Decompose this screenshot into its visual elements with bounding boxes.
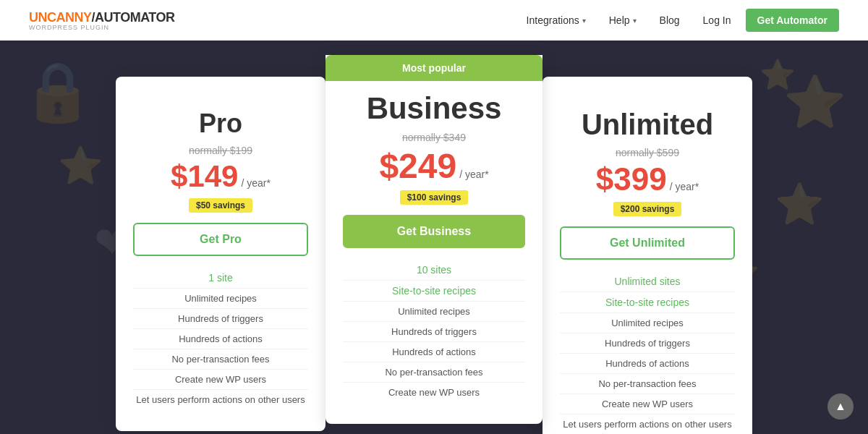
pro-cta-button[interactable]: Get Pro bbox=[133, 223, 308, 256]
business-cta-button[interactable]: Get Business bbox=[343, 215, 525, 248]
pro-plan-name: Pro bbox=[133, 109, 308, 139]
pro-feature-actions: Hundreds of actions bbox=[133, 329, 308, 349]
pricing-section: Pro normally $199 $149 / year* $50 savin… bbox=[0, 41, 868, 434]
business-feature-recipes: Unlimited recipes bbox=[343, 302, 525, 322]
unlimited-feature-site-recipes: Site-to-site recipes bbox=[560, 292, 735, 313]
business-price-amount: $249 bbox=[379, 146, 456, 186]
plan-card-unlimited: Unlimited normally $599 $399 / year* $20… bbox=[542, 77, 752, 434]
most-popular-badge: Most popular bbox=[326, 55, 542, 81]
business-feature-users: Create new WP users bbox=[343, 383, 525, 402]
unlimited-plan-name: Unlimited bbox=[560, 109, 735, 141]
scroll-up-icon: ▲ bbox=[835, 400, 846, 413]
business-savings-badge: $100 savings bbox=[400, 190, 469, 205]
business-feature-triggers: Hundreds of triggers bbox=[343, 322, 525, 342]
pro-feature-fees: No per-transaction fees bbox=[133, 349, 308, 370]
main-nav: Integrations ▾ Help ▾ Blog Log In Get Au… bbox=[518, 9, 839, 32]
unlimited-feature-list: Unlimited sites Site-to-site recipes Unl… bbox=[560, 271, 735, 434]
business-price-period: / year* bbox=[459, 169, 488, 180]
unlimited-savings-badge: $200 savings bbox=[613, 202, 682, 216]
logo-text: UNCANNY/AUTOMATOR bbox=[29, 10, 175, 25]
business-feature-sites: 10 sites bbox=[343, 260, 525, 281]
business-plan-name: Business bbox=[343, 91, 525, 126]
pro-feature-list: 1 site Unlimited recipes Hundreds of tri… bbox=[133, 268, 308, 409]
nav-help[interactable]: Help ▾ bbox=[600, 10, 645, 30]
unlimited-current-price: $399 / year* bbox=[560, 161, 735, 197]
unlimited-feature-user-actions: Let users perform actions on other users bbox=[560, 414, 735, 434]
help-chevron-icon: ▾ bbox=[633, 17, 637, 25]
unlimited-price-period: / year* bbox=[670, 181, 699, 192]
nav-get-automator[interactable]: Get Automator bbox=[746, 9, 839, 32]
logo: UNCANNY/AUTOMATOR WORDPRESS PLUGIN bbox=[29, 10, 175, 31]
pro-current-price: $149 / year* bbox=[133, 159, 308, 194]
unlimited-cta-button[interactable]: Get Unlimited bbox=[560, 226, 735, 260]
logo-main: UNCANNY bbox=[29, 10, 92, 25]
pro-price-amount: $149 bbox=[171, 159, 238, 194]
plan-card-pro: Pro normally $199 $149 / year* $50 savin… bbox=[116, 77, 326, 431]
nav-integrations[interactable]: Integrations ▾ bbox=[518, 10, 595, 30]
header: UNCANNY/AUTOMATOR WORDPRESS PLUGIN Integ… bbox=[0, 0, 868, 41]
logo-accent: AUTOMATOR bbox=[95, 10, 175, 25]
pro-feature-triggers: Hundreds of triggers bbox=[133, 309, 308, 329]
nav-login[interactable]: Log In bbox=[694, 10, 740, 30]
scroll-to-top-button[interactable]: ▲ bbox=[827, 393, 854, 420]
pro-feature-sites: 1 site bbox=[133, 268, 308, 289]
unlimited-price-amount: $399 bbox=[596, 161, 667, 197]
business-feature-site-recipes: Site-to-site recipes bbox=[343, 281, 525, 302]
business-original-price: normally $349 bbox=[343, 132, 525, 143]
business-feature-actions: Hundreds of actions bbox=[343, 342, 525, 362]
plan-card-business: Most popular Business normally $349 $249… bbox=[326, 55, 542, 424]
unlimited-feature-actions: Hundreds of actions bbox=[560, 354, 735, 374]
unlimited-original-price: normally $599 bbox=[560, 147, 735, 158]
unlimited-feature-sites: Unlimited sites bbox=[560, 271, 735, 292]
pro-price-period: / year* bbox=[241, 177, 270, 189]
pro-original-price: normally $199 bbox=[133, 145, 308, 156]
unlimited-feature-recipes: Unlimited recipes bbox=[560, 313, 735, 333]
pro-feature-user-actions: Let users perform actions on other users bbox=[133, 390, 308, 409]
business-current-price: $249 / year* bbox=[343, 146, 525, 186]
nav-blog[interactable]: Blog bbox=[651, 10, 689, 30]
pro-savings-badge: $50 savings bbox=[189, 198, 252, 213]
unlimited-feature-fees: No per-transaction fees bbox=[560, 374, 735, 394]
pro-feature-recipes: Unlimited recipes bbox=[133, 289, 308, 309]
business-feature-fees: No per-transaction fees bbox=[343, 362, 525, 383]
business-feature-list: 10 sites Site-to-site recipes Unlimited … bbox=[343, 260, 525, 402]
integrations-chevron-icon: ▾ bbox=[582, 17, 586, 25]
pro-feature-users: Create new WP users bbox=[133, 370, 308, 390]
unlimited-feature-users: Create new WP users bbox=[560, 394, 735, 414]
unlimited-feature-triggers: Hundreds of triggers bbox=[560, 333, 735, 354]
